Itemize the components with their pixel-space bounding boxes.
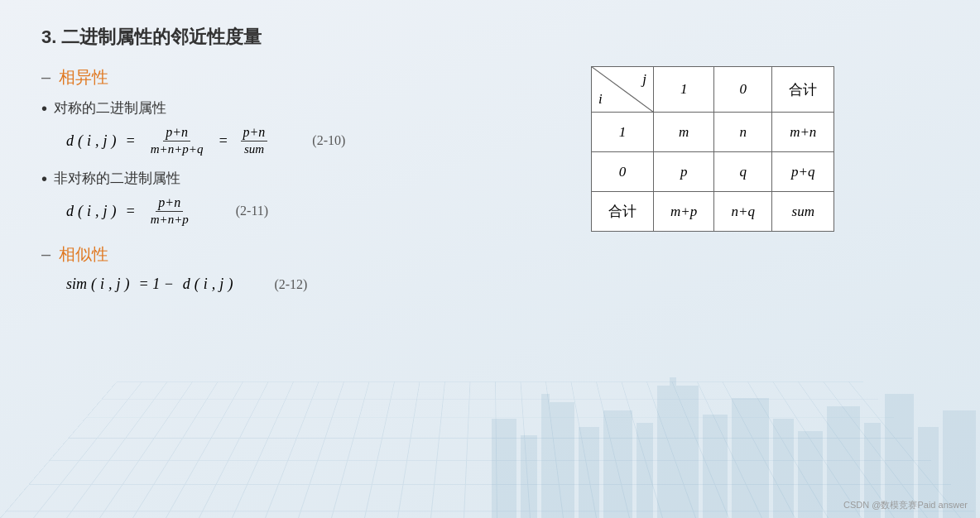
fraction1: p+n m+n+p+q xyxy=(148,125,206,156)
fraction2: p+n sum xyxy=(241,125,268,156)
dash1: – xyxy=(41,68,50,87)
fraction1-den: m+n+p+q xyxy=(148,141,206,156)
section-dissimilarity: – 相异性 xyxy=(41,66,558,89)
row-label-0: 0 xyxy=(592,152,654,192)
fraction2-num: p+n xyxy=(241,125,268,141)
cell-q: q xyxy=(714,152,772,192)
table-row-0: 0 p q p+q xyxy=(592,152,834,192)
formula-2-12: sim(i,j) = 1 − d(i,j) (2-12) xyxy=(66,276,558,293)
watermark: CSDN @数模竞赛Paid answer xyxy=(843,499,968,511)
svg-rect-6 xyxy=(637,423,653,518)
grid-background xyxy=(0,381,980,518)
fraction1-num: p+n xyxy=(163,125,190,141)
formula-2-12-text: sim(i,j) = 1 − d(i,j) xyxy=(66,276,233,293)
col-header-total: 合计 xyxy=(772,67,834,113)
j-label: j xyxy=(642,71,646,88)
bullet-dot2: • xyxy=(41,169,47,189)
diagonal-header-cell: j i xyxy=(592,67,654,113)
left-column: – 相异性 • 对称的二进制属性 d(i,j) = p+n m+n+p+q = xyxy=(41,66,558,305)
content-area: – 相异性 • 对称的二进制属性 d(i,j) = p+n m+n+p+q = xyxy=(41,66,939,305)
svg-rect-12 xyxy=(798,431,823,518)
fraction3: p+n m+n+p xyxy=(148,195,191,227)
svg-rect-5 xyxy=(603,410,632,518)
formula-2-11-label: (2-11) xyxy=(236,204,268,218)
svg-rect-2 xyxy=(541,402,574,518)
row-label-1: 1 xyxy=(592,113,654,152)
svg-rect-10 xyxy=(732,398,769,518)
contingency-table: j i 1 0 合计 1 m n m+n 0 xyxy=(591,66,834,232)
fraction3-num: p+n xyxy=(156,195,183,212)
formula-2-10: d(i,j) = p+n m+n+p+q = p+n sum (2-10) xyxy=(66,125,558,156)
right-column: j i 1 0 合计 1 m n m+n 0 xyxy=(591,58,939,305)
bullet1-text: 对称的二进制属性 xyxy=(54,98,166,118)
section1-title: 相异性 xyxy=(59,66,108,89)
svg-rect-11 xyxy=(773,419,794,518)
section2-title: 相似性 xyxy=(59,243,108,266)
cell-p: p xyxy=(654,152,714,192)
bullet2-text: 非对称的二进制属性 xyxy=(54,169,180,188)
slide: 3. 二进制属性的邻近性度量 – 相异性 • 对称的二进制属性 d(i,j) =… xyxy=(0,0,980,518)
formula-2-10-label: (2-10) xyxy=(312,133,345,148)
cell-n: n xyxy=(714,113,772,152)
table-row-1: 1 m n m+n xyxy=(592,113,834,152)
section-similarity: – 相似性 sim(i,j) = 1 − d(i,j) (2-12) xyxy=(41,243,558,293)
col-header-1: 1 xyxy=(654,67,714,113)
city-background xyxy=(483,353,980,518)
main-title: 3. 二进制属性的邻近性度量 xyxy=(41,25,939,50)
svg-rect-8 xyxy=(670,377,676,390)
fraction2-den: sum xyxy=(242,141,267,156)
svg-rect-0 xyxy=(492,419,516,518)
cell-m: m xyxy=(654,113,714,152)
svg-rect-9 xyxy=(703,415,728,518)
cell-sum: sum xyxy=(772,192,834,232)
svg-rect-7 xyxy=(657,386,699,518)
cell-p-plus-q: p+q xyxy=(772,152,834,192)
section2-title-row: – 相似性 xyxy=(41,243,558,266)
bullet2: • 非对称的二进制属性 xyxy=(41,169,558,189)
bullet-dot1: • xyxy=(41,98,47,118)
svg-rect-4 xyxy=(579,427,599,518)
svg-rect-1 xyxy=(521,435,537,518)
bullet1: • 对称的二进制属性 xyxy=(41,98,558,118)
formula-2-12-label: (2-12) xyxy=(274,277,307,292)
formula-2-10-text: d(i,j) = p+n m+n+p+q = p+n sum xyxy=(66,125,271,156)
cell-n-plus-q: n+q xyxy=(714,192,772,232)
cell-m-plus-p: m+p xyxy=(654,192,714,232)
row-label-total: 合计 xyxy=(592,192,654,232)
svg-rect-3 xyxy=(541,394,550,410)
formula-2-11-text: d(i,j) = p+n m+n+p xyxy=(66,195,195,227)
i-label: i xyxy=(598,91,603,108)
fraction3-den: m+n+p xyxy=(148,212,191,227)
formula-2-11: d(i,j) = p+n m+n+p (2-11) xyxy=(66,195,558,227)
table-header-row: j i 1 0 合计 xyxy=(592,67,834,113)
cell-m-plus-n: m+n xyxy=(772,113,834,152)
table-row-total: 合计 m+p n+q sum xyxy=(592,192,834,232)
col-header-0: 0 xyxy=(714,67,772,113)
dash2: – xyxy=(41,245,50,264)
